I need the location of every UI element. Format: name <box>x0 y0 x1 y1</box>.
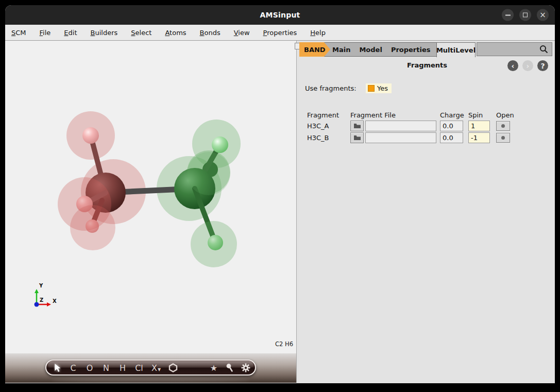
use-fragments-row: Use fragments: Yes <box>299 83 555 94</box>
fragment-name: H3C_B <box>307 134 350 142</box>
forward-button[interactable]: › <box>522 60 533 71</box>
y-axis-label: Y <box>39 283 43 288</box>
close-button[interactable]: × <box>537 9 549 21</box>
y-axis-arrow <box>35 289 39 293</box>
use-fragments-label: Use fragments: <box>305 84 366 92</box>
browse-file-button[interactable] <box>350 121 364 131</box>
folder-icon <box>353 123 361 129</box>
table-row: H3C_A <box>307 120 555 132</box>
minimize-icon <box>505 14 511 15</box>
z-axis-dot <box>35 302 39 307</box>
menu-file[interactable]: File <box>40 29 51 37</box>
window-controls: × <box>502 9 549 21</box>
cursor-icon[interactable] <box>54 363 62 372</box>
menu-edit[interactable]: Edit <box>64 29 77 37</box>
z-axis-label: Z <box>40 297 43 303</box>
spin-input[interactable] <box>468 121 490 131</box>
element-toolbar: C O N H Cl X ▼ ★ <box>45 360 256 376</box>
atom-hydrogen-b1[interactable] <box>212 137 228 153</box>
menu-bar: SCM File Edit Builders Select Atoms Bond… <box>5 25 555 41</box>
radio-dot-icon <box>501 124 505 128</box>
element-button-n[interactable]: N <box>103 363 109 372</box>
checkbox-checked-icon[interactable] <box>368 85 375 92</box>
star-icon[interactable]: ★ <box>210 363 217 372</box>
use-fragments-value: Yes <box>377 84 388 92</box>
tab-multilevel[interactable]: MultiLevel <box>436 42 476 57</box>
element-picker-button[interactable]: X ▼ <box>151 363 161 372</box>
col-spin: Spin <box>468 111 496 120</box>
tab-band[interactable]: BAND <box>299 42 330 57</box>
help-button[interactable]: ? <box>537 60 548 71</box>
table-header-row: Fragment Fragment File Charge Spin Open <box>307 111 555 120</box>
browse-file-button[interactable] <box>350 132 364 143</box>
x-axis-label: X <box>53 298 57 304</box>
fragment-file-input[interactable] <box>365 121 436 131</box>
maximize-button[interactable] <box>519 9 531 21</box>
open-fragment-button[interactable] <box>496 121 510 131</box>
minimize-button[interactable] <box>502 9 514 21</box>
menu-bonds[interactable]: Bonds <box>200 29 220 37</box>
tab-main[interactable]: Main <box>332 46 350 54</box>
panel-header: Fragments ‹ › ? <box>299 57 555 74</box>
menu-help[interactable]: Help <box>310 29 326 37</box>
folder-icon <box>353 135 361 141</box>
menu-properties[interactable]: Properties <box>263 29 297 37</box>
title-bar: AMSinput × <box>5 5 555 25</box>
formula-label: C2 H6 <box>275 340 293 348</box>
ring-icon[interactable] <box>168 363 178 372</box>
col-charge: Charge <box>440 111 468 120</box>
window-title: AMSinput <box>260 11 300 19</box>
fragments-table: Fragment Fragment File Charge Spin Open … <box>299 111 555 144</box>
radio-dot-icon <box>501 136 505 140</box>
menu-scm[interactable]: SCM <box>11 29 26 37</box>
fragment-b-halo <box>187 152 230 195</box>
search-input[interactable] <box>477 42 552 56</box>
fragment-name: H3C_A <box>307 122 350 130</box>
close-icon: × <box>539 11 546 19</box>
gear-icon[interactable] <box>241 363 251 372</box>
toolbar-reflection <box>52 378 250 382</box>
axis-gizmo: Y X Z <box>26 279 62 315</box>
menu-view[interactable]: View <box>234 29 250 37</box>
element-button-h[interactable]: H <box>120 363 126 372</box>
fragment-a-halo <box>70 205 115 250</box>
charge-input[interactable] <box>440 121 463 131</box>
element-button-o[interactable]: O <box>87 363 93 372</box>
use-fragments-toggle[interactable]: Yes <box>366 83 392 93</box>
tab-model[interactable]: Model <box>359 46 382 54</box>
pin-icon[interactable] <box>226 363 234 372</box>
element-picker-label: X <box>151 363 157 372</box>
fragment-file-input[interactable] <box>365 132 436 143</box>
menu-atoms[interactable]: Atoms <box>165 29 186 37</box>
amsinput-window: AMSinput × SCM File Edit Builders Select… <box>5 5 555 383</box>
maximize-icon <box>523 13 528 18</box>
table-row: H3C_B <box>307 132 555 144</box>
tab-bar: BAND Main Model Properties Details Multi… <box>299 41 555 57</box>
col-open: Open <box>496 111 510 120</box>
tab-properties[interactable]: Properties <box>391 46 431 54</box>
atom-hydrogen-a1[interactable] <box>82 127 99 144</box>
col-fragment-file: Fragment File <box>350 111 440 120</box>
open-fragment-button[interactable] <box>496 133 510 143</box>
search-icon <box>539 45 548 54</box>
charge-input[interactable] <box>440 132 463 143</box>
chevron-down-icon: ▼ <box>158 367 161 372</box>
menu-builders[interactable]: Builders <box>91 29 118 37</box>
settings-panel: BAND Main Model Properties Details Multi… <box>299 41 555 383</box>
fragment-b-halo <box>191 221 237 267</box>
viewer-tool-strip: C O N H Cl X ▼ ★ <box>5 353 296 383</box>
back-button[interactable]: ‹ <box>507 60 518 71</box>
spin-input[interactable] <box>468 132 490 143</box>
element-button-cl[interactable]: Cl <box>135 363 143 372</box>
molecule-viewport[interactable]: Y X Z C2 H6 C O N H Cl X ▼ <box>5 41 296 383</box>
col-fragment: Fragment <box>307 111 350 120</box>
element-button-c[interactable]: C <box>70 363 76 372</box>
x-axis-arrow <box>47 302 51 306</box>
menu-select[interactable]: Select <box>131 29 151 37</box>
